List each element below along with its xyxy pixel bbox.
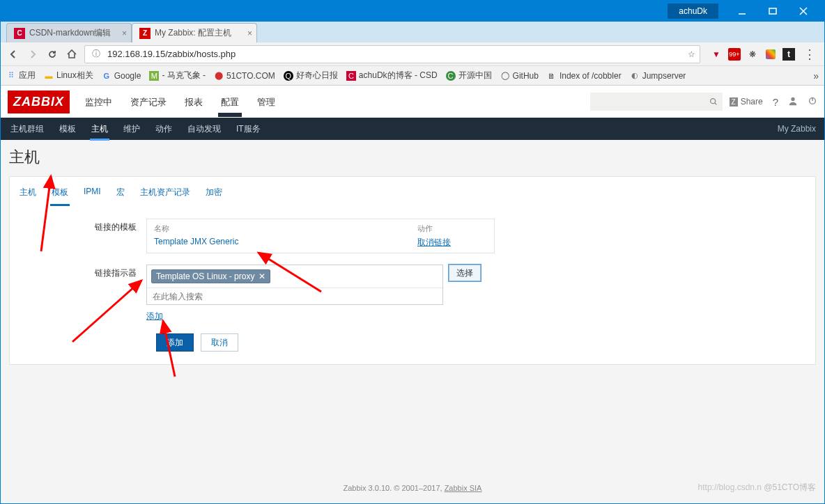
menu-reports[interactable]: 报表 (182, 86, 206, 117)
watermark: http://blog.csdn.n @51CTO博客 (698, 482, 816, 494)
browser-tabs: C CSDN-markdown编辑 × Z My Zabbix: 配置主机 × (1, 22, 824, 42)
window-close-button[interactable] (788, 1, 819, 21)
add-template-link[interactable]: 添加 (146, 310, 163, 322)
subnav-discovery[interactable]: 自动发现 (186, 118, 222, 141)
tag-remove-icon[interactable]: ✕ (259, 271, 265, 281)
menu-monitoring[interactable]: 监控中 (82, 86, 115, 117)
page-content: 主机 主机 模板 IPMI 宏 主机资产记录 加密 链接的模板 名称 动作 (1, 140, 824, 372)
col-header-action: 动作 (417, 223, 487, 234)
footer-text: Zabbix 3.0.10. © 2001–2017, (344, 484, 445, 492)
overflow-icon[interactable]: » (813, 70, 819, 81)
browser-tab[interactable]: Z My Zabbix: 配置主机 × (132, 23, 257, 42)
bookmark-item[interactable]: ◐Jumpserver (630, 71, 686, 81)
window-maximize-button[interactable] (757, 1, 788, 21)
link-indicator-label: 链接指示器 (18, 265, 146, 279)
folder-icon: ▬ (44, 71, 54, 81)
browser-tab[interactable]: C CSDN-markdown编辑 × (6, 23, 132, 42)
subnav-templates[interactable]: 模板 (58, 118, 77, 141)
help-icon[interactable]: ? (773, 96, 778, 108)
menu-inventory[interactable]: 资产记录 (128, 86, 169, 117)
share-link[interactable]: ZShare (730, 97, 763, 107)
host-form-box: 主机 模板 IPMI 宏 主机资产记录 加密 链接的模板 名称 动作 Templ… (9, 176, 816, 365)
forward-button[interactable] (26, 47, 40, 61)
template-tag: Template OS Linux - proxy ✕ (151, 269, 270, 283)
ext-icon[interactable]: t (782, 48, 795, 61)
menu-icon[interactable]: ⋮ (801, 47, 819, 62)
apps-button[interactable]: ⠿应用 (6, 70, 36, 81)
shield-icon[interactable]: ▼ (710, 48, 723, 61)
info-icon: ⓘ (89, 47, 103, 61)
apps-icon: ⠿ (6, 71, 16, 81)
bookmark-item[interactable]: C开源中国 (446, 70, 492, 81)
template-search-input[interactable] (147, 288, 442, 304)
form-actions: 添加 取消 (156, 333, 807, 352)
cancel-button[interactable]: 取消 (201, 333, 238, 352)
extension-icons: ▼ 99+ ❋ t ⋮ (706, 47, 819, 62)
home-button[interactable] (65, 47, 79, 61)
window-minimize-button[interactable] (727, 1, 757, 21)
tab-host[interactable]: 主机 (18, 184, 38, 206)
subnav-actions[interactable]: 动作 (154, 118, 174, 141)
tab-close-icon[interactable]: × (122, 29, 127, 38)
url-box[interactable]: ⓘ 192.168.19.15/zabbix/hosts.php ☆ (84, 45, 700, 63)
bookmark-item[interactable]: GGoogle (102, 71, 141, 81)
linked-templates-label: 链接的模板 (18, 219, 146, 233)
page-title: 主机 (9, 147, 816, 168)
tab-close-icon[interactable]: × (247, 29, 252, 38)
subnav-hostgroups[interactable]: 主机群组 (9, 118, 45, 141)
bookmark-star-icon[interactable]: ☆ (688, 49, 695, 59)
subnav-itservices[interactable]: IT服务 (235, 118, 262, 141)
form-tabs: 主机 模板 IPMI 宏 主机资产记录 加密 (10, 177, 815, 206)
bookmark-item[interactable]: ⬤51CTO.COM (214, 71, 275, 81)
favicon-icon: C (14, 28, 25, 39)
tab-macros[interactable]: 宏 (115, 184, 126, 206)
tab-title: My Zabbix: 配置主机 (155, 27, 240, 39)
menu-configuration[interactable]: 配置 (218, 86, 242, 117)
power-icon[interactable] (808, 96, 817, 108)
template-link[interactable]: Template JMX Generic (154, 237, 417, 249)
tab-ipmi[interactable]: IPMI (82, 184, 102, 206)
bookmark-item[interactable]: M- 马克飞象 - (149, 70, 206, 81)
bookmark-item[interactable]: CachuDk的博客 - CSD (346, 70, 438, 81)
browser-address-bar: ⓘ 192.168.19.15/zabbix/hosts.php ☆ ▼ 99+… (1, 42, 824, 66)
zabbix-header: ZABBIX 监控中 资产记录 报表 配置 管理 ZShare ? (1, 86, 824, 118)
subnav-maintenance[interactable]: 维护 (122, 118, 141, 141)
search-input[interactable] (590, 93, 723, 111)
table-row: Template JMX Generic 取消链接 (154, 237, 487, 249)
window-titlebar: achuDk (1, 1, 824, 22)
favicon-icon: Z (139, 28, 151, 39)
subnav-hosts[interactable]: 主机 (90, 118, 109, 141)
select-button[interactable]: 选择 (449, 265, 481, 281)
menu-administration[interactable]: 管理 (254, 86, 278, 117)
form-body: 链接的模板 名称 动作 Template JMX Generic 取消链接 (10, 206, 815, 364)
user-icon[interactable] (788, 96, 798, 108)
new-tab-button[interactable] (261, 27, 278, 42)
subnav-right: My Zabbix (778, 124, 816, 134)
linked-templates-table: 名称 动作 Template JMX Generic 取消链接 (146, 219, 495, 253)
bookmark-item[interactable]: ◯GitHub (500, 71, 539, 81)
bookmark-item[interactable]: Q好奇心日报 (284, 70, 338, 81)
footer-link[interactable]: Zabbix SIA (445, 484, 482, 492)
unlink-link[interactable]: 取消链接 (417, 237, 487, 249)
ext-icon[interactable]: ❋ (746, 48, 759, 61)
site-icon: M (149, 71, 159, 81)
tag-label: Template OS Linux - proxy (156, 271, 254, 281)
tab-templates[interactable]: 模板 (50, 184, 70, 206)
ext-icon[interactable] (764, 48, 777, 61)
google-icon: G (102, 71, 111, 81)
svg-point-4 (710, 99, 715, 104)
reload-button[interactable] (45, 47, 59, 61)
window-user: achuDk (668, 3, 718, 19)
tab-inventory[interactable]: 主机资产记录 (139, 184, 192, 206)
site-icon: ◐ (630, 71, 640, 81)
site-icon: ⬤ (214, 71, 224, 81)
zabbix-main-menu: 监控中 资产记录 报表 配置 管理 (82, 86, 278, 117)
tab-encryption[interactable]: 加密 (204, 184, 224, 206)
col-header-name: 名称 (154, 223, 417, 234)
zabbix-logo[interactable]: ZABBIX (8, 90, 70, 113)
add-button[interactable]: 添加 (156, 333, 194, 352)
badge-icon[interactable]: 99+ (728, 48, 741, 61)
bookmark-item[interactable]: 🗎Index of /cobbler (547, 71, 622, 81)
bookmark-item[interactable]: ▬Linux相关 (44, 70, 93, 81)
back-button[interactable] (6, 47, 20, 61)
